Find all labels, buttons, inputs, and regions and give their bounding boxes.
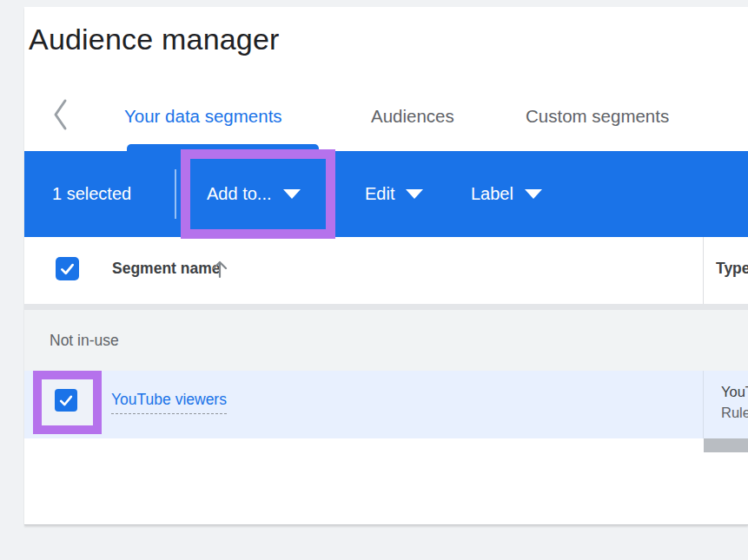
column-header-segment-name[interactable]: Segment name (112, 257, 220, 280)
section-not-in-use: Not in-use (24, 310, 748, 371)
action-bar-divider (175, 169, 176, 219)
tab-audiences[interactable]: Audiences (371, 99, 454, 134)
page-title: Audience manager (29, 21, 280, 57)
segment-type-cell: YouTube Rule-based (721, 381, 748, 423)
table-row[interactable]: YouTube viewers YouTube Rule-based (24, 371, 748, 438)
row-checkbox[interactable] (55, 389, 77, 412)
add-to-label: Add to... (207, 184, 272, 204)
segment-name-link[interactable]: YouTube viewers (111, 391, 227, 414)
tab-custom-segments[interactable]: Custom segments (526, 99, 669, 134)
edit-label: Edit (365, 184, 394, 204)
column-header-type: Type (716, 257, 748, 280)
sort-ascending-icon (209, 257, 230, 280)
tab-your-data-segments[interactable]: Your data segments (124, 99, 282, 134)
label-label: Label (471, 184, 513, 204)
chevron-left-icon (50, 97, 71, 132)
horizontal-scrollbar-thumb[interactable] (704, 438, 748, 452)
selected-count: 1 selected (52, 151, 131, 237)
checkmark-icon (58, 260, 76, 278)
selection-action-bar: 1 selected Add to... Edit Label (24, 151, 748, 237)
back-button[interactable] (47, 96, 75, 134)
header-divider-strip (24, 304, 748, 310)
column-divider (703, 371, 704, 438)
segment-type-kind: Rule-based (721, 402, 748, 423)
caret-down-icon (525, 189, 542, 199)
select-all-checkbox[interactable] (56, 257, 79, 280)
audience-manager-screen: Audience manager Your data segments Audi… (0, 0, 748, 560)
checkmark-icon (57, 392, 75, 409)
add-to-button[interactable]: Add to... (207, 151, 301, 237)
caret-down-icon (406, 189, 423, 199)
section-label: Not in-use (50, 310, 119, 371)
label-button[interactable]: Label (471, 151, 542, 237)
segment-type-source: YouTube (721, 381, 748, 402)
caret-down-icon (283, 189, 301, 199)
edit-button[interactable]: Edit (365, 151, 423, 237)
column-divider (703, 237, 704, 304)
